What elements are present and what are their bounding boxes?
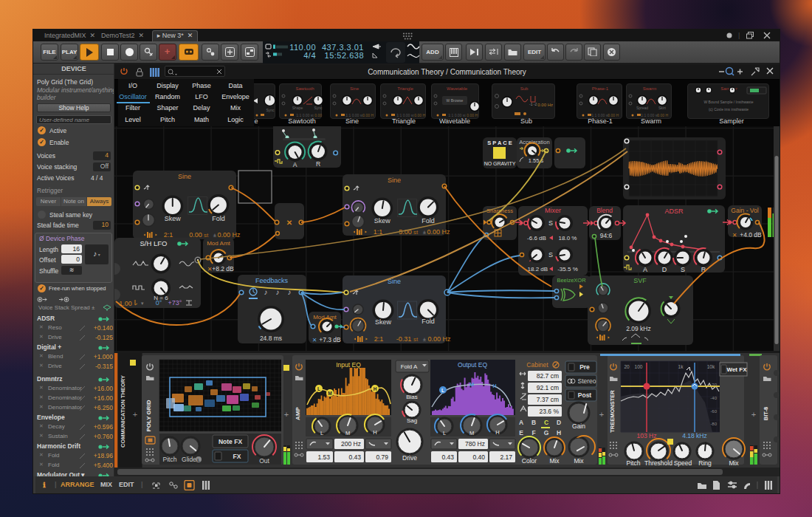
svg-text:L: L [317, 386, 320, 391]
svg-text:±: ± [423, 229, 427, 236]
svg-text:Sub: Sub [520, 86, 529, 91]
svg-text:Wavetable: Wavetable [447, 86, 468, 91]
svg-text:Sine: Sine [350, 86, 359, 91]
svg-text:Fold: Fold [212, 215, 225, 222]
svg-text:✕: ✕ [732, 232, 737, 239]
svg-text:Mix: Mix [574, 457, 584, 465]
svg-text:S/H LFO: S/H LFO [140, 239, 168, 247]
svg-text:2.09 kHz: 2.09 kHz [626, 325, 651, 332]
svg-text:Cabinet: Cabinet [526, 361, 548, 369]
svg-text:20: 20 [624, 364, 630, 369]
svg-text:+8.2 dB: +8.2 dB [212, 265, 234, 273]
svg-text:E: E [519, 429, 523, 436]
svg-text:+: + [284, 410, 289, 419]
svg-text:Bias: Bias [406, 394, 418, 400]
svg-text:Shape: Shape [292, 106, 303, 110]
svg-text:✕: ✕ [312, 337, 317, 343]
svg-text:Mixer: Mixer [545, 207, 561, 214]
svg-text:0.79: 0.79 [376, 453, 388, 461]
svg-text:10k: 10k [707, 364, 715, 369]
svg-text:Skew: Skew [374, 217, 391, 225]
svg-text:FX: FX [233, 453, 241, 460]
svg-text:+73°: +73° [168, 299, 182, 307]
svg-text:st: st [204, 232, 209, 239]
svg-text:Sync: Sync [266, 108, 275, 112]
svg-text:COMMUNICATION THEORY: COMMUNICATION THEORY [120, 375, 126, 448]
svg-text:Mix: Mix [729, 459, 739, 467]
svg-text:2:1: 2:1 [374, 335, 384, 343]
svg-text:B: B [531, 419, 536, 426]
svg-text:Sawtooth: Sawtooth [295, 86, 314, 91]
svg-text:2:1: 2:1 [164, 231, 173, 239]
svg-text:st: st [413, 336, 419, 343]
svg-text:D: D [662, 266, 667, 273]
svg-text:Mod Amt: Mod Amt [207, 240, 230, 247]
svg-text:S P A C E: S P A C E [487, 140, 512, 146]
svg-text:94:6: 94:6 [600, 232, 613, 239]
svg-text:0.00 Hz: 0.00 Hz [537, 103, 553, 107]
svg-text:Drive: Drive [402, 454, 417, 462]
svg-text:Sync: Sync [314, 106, 323, 110]
svg-text:0.40: 0.40 [472, 453, 485, 461]
svg-text:Speed: Speed [674, 459, 692, 467]
svg-text:103 Hz: 103 Hz [637, 432, 657, 439]
svg-text:Skew: Skew [375, 318, 392, 326]
svg-text:W Browse: W Browse [447, 98, 464, 103]
svg-text:Stereo: Stereo [577, 377, 596, 385]
svg-text:SVF: SVF [633, 277, 647, 284]
svg-text:S: S [681, 266, 685, 273]
svg-text:0°: 0° [156, 299, 162, 307]
svg-text:S: S [548, 219, 553, 227]
svg-text:-35.5 %: -35.5 % [557, 266, 578, 273]
svg-text:Pitch: Pitch [627, 459, 641, 467]
svg-text:ADSR: ADSR [664, 208, 684, 215]
svg-text:H: H [373, 429, 376, 436]
svg-text:0.00 Hz: 0.00 Hz [427, 335, 451, 343]
svg-text:-0.31: -0.31 [396, 335, 412, 343]
svg-text:Color: Color [522, 457, 537, 465]
svg-text:Feedbacks: Feedbacks [255, 277, 289, 284]
svg-text:1.53: 1.53 [317, 453, 330, 461]
svg-text:st: st [413, 229, 419, 236]
svg-text:NO GRAVITY: NO GRAVITY [484, 161, 516, 166]
svg-text:Blend: Blend [596, 207, 613, 214]
svg-text:AMP: AMP [295, 406, 301, 420]
svg-text:A: A [519, 419, 523, 426]
svg-text:✕: ✕ [286, 219, 292, 227]
svg-text:Wet FX: Wet FX [727, 366, 748, 373]
svg-text:Fold: Fold [422, 217, 435, 225]
svg-text:+: + [599, 410, 604, 419]
svg-text:±: ± [213, 232, 217, 239]
svg-text:1k: 1k [678, 364, 684, 369]
svg-text:A: A [293, 161, 297, 168]
svg-text:POLY GRID: POLY GRID [145, 400, 152, 431]
svg-text:BeelzeXOR: BeelzeXOR [557, 277, 586, 284]
svg-text:M: M [469, 430, 474, 436]
svg-text:780 Hz: 780 Hz [465, 440, 485, 448]
svg-text:Swarm: Swarm [643, 86, 657, 91]
svg-text:L: L [443, 430, 446, 436]
svg-text:0.00 Hz: 0.00 Hz [217, 231, 241, 239]
svg-text:▾: ▾ [141, 301, 144, 306]
svg-text:+4.0 dB: +4.0 dB [740, 231, 762, 239]
svg-text:-1 -2: -1 -2 [529, 102, 537, 106]
svg-text:4.18 kHz: 4.18 kHz [682, 432, 707, 439]
svg-text:-60: -60 [710, 409, 717, 414]
svg-text:Post: Post [578, 391, 592, 399]
svg-text:+: + [751, 410, 756, 419]
svg-text:W Bound Sample / Insthwaste: W Bound Sample / Insthwaste [704, 100, 754, 104]
svg-text:+: + [133, 410, 137, 419]
svg-text:Phase-1: Phase-1 [592, 86, 609, 91]
svg-text:-6.6 dB: -6.6 dB [527, 235, 546, 242]
svg-text:200 Hz: 200 Hz [341, 440, 361, 448]
svg-text:Sine: Sine [388, 177, 401, 184]
svg-text:Fold A: Fold A [401, 363, 418, 370]
svg-text:Skirt: Skirt [658, 106, 667, 110]
svg-text:Mix: Mix [549, 457, 560, 465]
svg-text:M: M [328, 391, 331, 396]
svg-text:Sine: Sine [178, 173, 191, 180]
svg-text:Out: Out [259, 457, 269, 465]
svg-text:H: H [374, 386, 377, 391]
svg-text:82.7 cm: 82.7 cm [537, 372, 559, 380]
svg-text:Glide: Glide [182, 456, 196, 463]
